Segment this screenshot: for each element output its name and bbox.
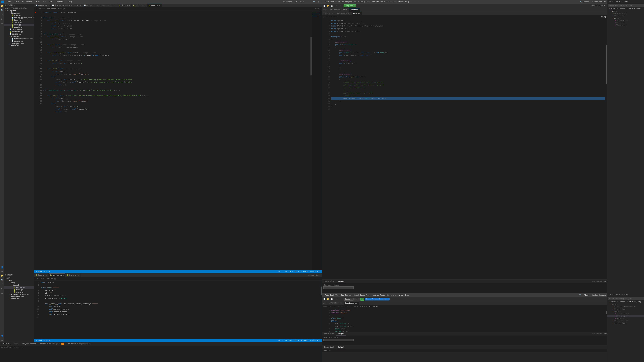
- vs-tab-botc[interactable]: BotC: [342, 8, 349, 12]
- top-panel-tab-output[interactable]: Output: [336, 280, 346, 283]
- status-errors[interactable]: ✕ 0 ⚠ 0: [44, 271, 50, 273]
- sidebar-item-scratches[interactable]: ▸ Scratches and Consoles: [4, 42, 34, 46]
- bottom-sidebar-item-node[interactable]: 🐍 Node.py: [4, 289, 34, 291]
- vs-b-search[interactable]: 🔍: [579, 294, 581, 296]
- vs-menu-edit[interactable]: Edit: [330, 1, 334, 3]
- bottom-vs-tab-nodelogic[interactable]: NodeLogic.cs: [344, 301, 359, 305]
- tab-glue-close[interactable]: ✕: [129, 4, 130, 6]
- vs-menu-test[interactable]: Test: [366, 1, 370, 3]
- tab-action-close[interactable]: ✕: [63, 275, 64, 276]
- activity-explorer-bottom[interactable]: 📁: [0, 274, 4, 277]
- vs-b-tools[interactable]: Tools: [380, 294, 385, 296]
- debug-toolbar-redo[interactable]: ↪: [339, 298, 342, 301]
- vs-file-tab-actionbase[interactable]: ActionBase.cs: [336, 12, 352, 15]
- vs-b-git[interactable]: Git: [341, 294, 344, 296]
- code-text-area[interactable]: from PIL import Image, ImageDraw class N…: [43, 11, 310, 270]
- vs-b-help[interactable]: Help: [405, 294, 409, 296]
- top-se-aizah[interactable]: ▾ AIzah: [607, 10, 644, 12]
- vs-menu-window[interactable]: Window: [398, 1, 404, 3]
- activity-search[interactable]: 🔍: [0, 9, 4, 12]
- bottom-se-search[interactable]: [608, 297, 644, 300]
- bottom-show-output-input[interactable]: [324, 339, 354, 341]
- github-copilot-toolbar[interactable]: GitHub Copilot: [591, 5, 605, 7]
- bottom-se-nodelogic-cs[interactable]: ⚙ NodeLogic.cs: [607, 315, 644, 317]
- menu-go[interactable]: Go: [43, 0, 46, 3]
- vs-github-copilot[interactable]: GitHub Copilot: [592, 1, 606, 3]
- toolbar-open[interactable]: 📂: [326, 4, 330, 7]
- vs-menu-project[interactable]: Project: [345, 1, 352, 3]
- bottom-se-searchfolder[interactable]: ▾ Search: [607, 310, 644, 313]
- bottom-status-crlf[interactable]: CRLF: [289, 340, 293, 341]
- errlist-tab-errlist[interactable]: Error List: [322, 346, 336, 349]
- bottom-se-sourcefiles[interactable]: ▸ Source Files: [607, 322, 644, 324]
- tab-maze[interactable]: 🐍 maze.py ✕: [147, 4, 162, 7]
- nodelogic-scroll-thumb[interactable]: [606, 311, 607, 314]
- tab-logic-close[interactable]: ✕: [144, 4, 146, 6]
- activity-source-control[interactable]: ⎇: [0, 13, 4, 16]
- bottom-panel-errlist[interactable]: Error List: [322, 332, 336, 336]
- menu-view[interactable]: View: [35, 0, 40, 3]
- top-se-deps[interactable]: ▸ Dependencies: [607, 12, 644, 14]
- sidebar-item-gluepy[interactable]: 🐍 glue.py: [4, 14, 34, 16]
- bottom-status-spaces[interactable]: 4 spaces: [301, 340, 308, 341]
- vs-tab-node[interactable]: Node: [322, 8, 329, 12]
- tab-maze-close[interactable]: ✕: [159, 5, 160, 6]
- sidebar-item-mainmind[interactable]: 🐍 mainmind.py: [4, 31, 34, 33]
- vs-b-build[interactable]: Build: [354, 294, 359, 296]
- sidebar-root[interactable]: ▾ AI-PYTHON CS AI Python: [4, 7, 34, 9]
- vs-b-file[interactable]: File: [325, 294, 329, 296]
- vs-search[interactable]: 🔍 Search: [580, 1, 589, 3]
- action-scrollbar[interactable]: [320, 281, 322, 339]
- debug-config-selector[interactable]: Debug ▾: [344, 298, 354, 301]
- sidebar-item-devlog[interactable]: 📃 devlog_python_knowledge.txt: [4, 16, 34, 19]
- scrollbar-thumb[interactable]: [310, 37, 312, 76]
- bottom-status-lang[interactable]: Python 3.11: [310, 340, 320, 341]
- tab-devlog-search[interactable]: 📃 devlog_python_search.txt ✕: [51, 4, 82, 7]
- bottom-vs-tab-app[interactable]: App: [322, 301, 328, 305]
- debug-run-bottom[interactable]: ▶: [360, 298, 364, 301]
- action-code-area[interactable]: 12345 678910 11121314 import Search clas…: [34, 281, 322, 339]
- activity-ext-bottom[interactable]: ⊞: [0, 292, 4, 295]
- top-se-actions[interactable]: ▾ Actions: [607, 17, 644, 19]
- top-se-search[interactable]: [608, 4, 644, 7]
- activity-search-bottom[interactable]: 🔍: [0, 279, 4, 282]
- sidebar-item-readme[interactable]: 📄 README.md: [4, 33, 34, 35]
- sidebar-item-logic[interactable]: 🐍 logic.py: [4, 21, 34, 24]
- nodelogic-scrollbar[interactable]: [606, 308, 607, 332]
- tab-state-bottom[interactable]: 🐍 State.py ✕: [65, 274, 81, 277]
- settings-btn[interactable]: ⚙: [317, 0, 320, 3]
- top-se-solution[interactable]: ▾ Solution 'AIzah' (1 of 1 project): [607, 7, 644, 10]
- bottom-sidebar-project-label[interactable]: ▾ Amy: [4, 277, 34, 279]
- bottom-sidebar-item-action[interactable]: 🐍 Action.py: [4, 286, 34, 289]
- debug-toolbar-new[interactable]: 📄: [323, 298, 326, 301]
- activity-acc-bottom[interactable]: 👤: [0, 335, 4, 338]
- vs-menu-build[interactable]: Build: [354, 1, 359, 3]
- vs-b-copilot[interactable]: GitHub Copilot: [592, 294, 606, 296]
- vs-file-tab-frontier[interactable]: Frontier.cs: [322, 12, 336, 15]
- action-code-col[interactable]: import Search class Node: """""" parent …: [40, 281, 320, 339]
- tab-node-bottom[interactable]: 🐍 Node.py ✕: [34, 274, 49, 277]
- vs-file-tab-botc[interactable]: BotC.cs: [352, 12, 362, 15]
- vs-menu-debug[interactable]: Debug: [360, 1, 365, 3]
- sidebar-item-readme2[interactable]: 📄 README.md: [4, 40, 34, 42]
- bottom-sidebar-item-extlibs[interactable]: ▸ External Libraries: [4, 294, 34, 296]
- bottom-status-errors[interactable]: ✕ 0 ⚠ 0: [44, 340, 50, 341]
- panel-tab-ssa[interactable]: Server-Side Analysis 17: [38, 342, 66, 346]
- errlist-tab-output[interactable]: Output: [336, 346, 346, 349]
- bottom-sidebar-item-search[interactable]: ▾ Search: [4, 284, 34, 286]
- search-btn[interactable]: 🔍: [313, 0, 316, 3]
- status-crlf[interactable]: CRLF: [289, 271, 293, 273]
- activity-run-bottom[interactable]: ▶: [0, 287, 4, 290]
- activity-explorer[interactable]: 📁: [0, 4, 4, 7]
- panel-tab-problems[interactable]: Problems: [0, 342, 12, 346]
- bottom-status-git[interactable]: ⎇ main: [36, 340, 42, 341]
- action-scroll-thumb[interactable]: [320, 286, 322, 295]
- debug-toolbar-save[interactable]: 💾: [330, 298, 334, 301]
- vs-menu-file[interactable]: File: [325, 1, 329, 3]
- panel-tab-file[interactable]: File: [12, 342, 20, 346]
- status-encoding[interactable]: UTF-8: [294, 271, 299, 273]
- tab-devlog-knowledge[interactable]: 📃 devlog_python_knowledge.txt ✕: [82, 4, 117, 7]
- panel-tab-vuln[interactable]: Vulnerable Dependencies: [66, 342, 94, 346]
- frontier-code-area[interactable]: 12345 678910 1112131415 1617181920 21222…: [322, 19, 607, 280]
- sidebar-item-gitnotes[interactable]: ▾ gitnotes: [4, 35, 34, 38]
